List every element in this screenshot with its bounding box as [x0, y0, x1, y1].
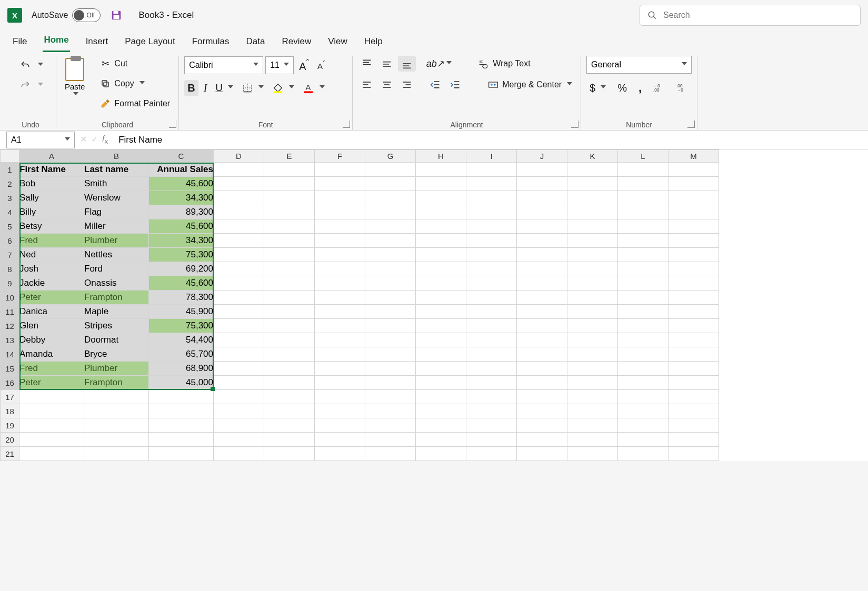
cell-I10[interactable]	[466, 291, 517, 305]
cell-K11[interactable]	[567, 305, 618, 319]
cell-B8[interactable]: Ford	[84, 262, 149, 276]
cell-D6[interactable]	[214, 234, 264, 248]
cell-F9[interactable]	[315, 276, 365, 291]
row-header-8[interactable]: 8	[1, 262, 19, 276]
cell-E13[interactable]	[264, 333, 315, 347]
tab-insert[interactable]: Insert	[85, 32, 109, 52]
cell-E18[interactable]	[264, 404, 315, 418]
cell-L3[interactable]	[618, 191, 669, 205]
cell-K2[interactable]	[567, 177, 618, 191]
cell-J15[interactable]	[517, 362, 567, 376]
cell-K6[interactable]	[567, 234, 618, 248]
cell-H9[interactable]	[416, 276, 466, 291]
cell-H10[interactable]	[416, 291, 466, 305]
enter-formula-button[interactable]: ✓	[91, 134, 98, 145]
cell-A6[interactable]: Fred	[19, 234, 84, 248]
cell-J19[interactable]	[517, 418, 567, 433]
tab-view[interactable]: View	[327, 32, 348, 52]
cell-G13[interactable]	[365, 333, 416, 347]
cell-J5[interactable]	[517, 219, 567, 234]
cell-A4[interactable]: Billy	[19, 205, 84, 219]
cell-I3[interactable]	[466, 191, 517, 205]
row-header-7[interactable]: 7	[1, 248, 19, 262]
cell-C15[interactable]: 68,900	[149, 362, 214, 376]
cell-B17[interactable]	[84, 390, 149, 404]
row-header-11[interactable]: 11	[1, 305, 19, 319]
row-header-10[interactable]: 10	[1, 291, 19, 305]
bold-button[interactable]: B	[184, 80, 198, 96]
cell-C13[interactable]: 54,400	[149, 333, 214, 347]
cell-C1[interactable]: Annual Sales	[149, 163, 214, 177]
cell-E21[interactable]	[264, 447, 315, 461]
cell-B5[interactable]: Miller	[84, 219, 149, 234]
column-header-F[interactable]: F	[315, 150, 365, 163]
cell-E6[interactable]	[264, 234, 315, 248]
row-header-13[interactable]: 13	[1, 333, 19, 347]
cell-H3[interactable]	[416, 191, 466, 205]
cell-J17[interactable]	[517, 390, 567, 404]
percent-format-button[interactable]: %	[614, 80, 630, 96]
cell-E16[interactable]	[264, 376, 315, 390]
cell-M19[interactable]	[669, 418, 719, 433]
tab-file[interactable]: File	[12, 32, 28, 52]
cell-D21[interactable]	[214, 447, 264, 461]
cell-A8[interactable]: Josh	[19, 262, 84, 276]
cell-M18[interactable]	[669, 404, 719, 418]
tab-help[interactable]: Help	[363, 32, 384, 52]
cell-J13[interactable]	[517, 333, 567, 347]
cell-J11[interactable]	[517, 305, 567, 319]
cell-D3[interactable]	[214, 191, 264, 205]
column-header-L[interactable]: L	[618, 150, 669, 163]
column-header-M[interactable]: M	[669, 150, 719, 163]
undo-button[interactable]	[15, 58, 46, 73]
cell-D9[interactable]	[214, 276, 264, 291]
cell-D13[interactable]	[214, 333, 264, 347]
cell-H5[interactable]	[416, 219, 466, 234]
cell-J14[interactable]	[517, 347, 567, 362]
cell-C12[interactable]: 75,300	[149, 319, 214, 333]
cell-H6[interactable]	[416, 234, 466, 248]
cell-E2[interactable]	[264, 177, 315, 191]
cell-K1[interactable]	[567, 163, 618, 177]
cell-M8[interactable]	[669, 262, 719, 276]
cell-C2[interactable]: 45,600	[149, 177, 214, 191]
cell-D10[interactable]	[214, 291, 264, 305]
cell-D16[interactable]	[214, 376, 264, 390]
cell-G8[interactable]	[365, 262, 416, 276]
cut-button[interactable]: ✂ Cut	[96, 56, 173, 72]
cell-G9[interactable]	[365, 276, 416, 291]
cell-I8[interactable]	[466, 262, 517, 276]
comma-format-button[interactable]: ,	[635, 79, 645, 97]
cell-E5[interactable]	[264, 219, 315, 234]
cell-B14[interactable]: Bryce	[84, 347, 149, 362]
cell-C16[interactable]: 45,000	[149, 376, 214, 390]
cell-C17[interactable]	[149, 390, 214, 404]
cell-C8[interactable]: 69,200	[149, 262, 214, 276]
row-header-9[interactable]: 9	[1, 276, 19, 291]
cell-L18[interactable]	[618, 404, 669, 418]
cell-I21[interactable]	[466, 447, 517, 461]
cell-G18[interactable]	[365, 404, 416, 418]
cell-J9[interactable]	[517, 276, 567, 291]
cell-I5[interactable]	[466, 219, 517, 234]
cell-H2[interactable]	[416, 177, 466, 191]
cell-B15[interactable]: Plumber	[84, 362, 149, 376]
cell-D7[interactable]	[214, 248, 264, 262]
cell-E3[interactable]	[264, 191, 315, 205]
cell-A3[interactable]: Sally	[19, 191, 84, 205]
save-button[interactable]	[110, 9, 123, 22]
cell-I18[interactable]	[466, 404, 517, 418]
cell-D5[interactable]	[214, 219, 264, 234]
cell-K17[interactable]	[567, 390, 618, 404]
cell-D17[interactable]	[214, 390, 264, 404]
cell-A9[interactable]: Jackie	[19, 276, 84, 291]
cell-H1[interactable]	[416, 163, 466, 177]
row-header-5[interactable]: 5	[1, 219, 19, 234]
cell-J1[interactable]	[517, 163, 567, 177]
clipboard-dialog-launcher[interactable]	[169, 121, 176, 128]
cell-B21[interactable]	[84, 447, 149, 461]
cell-E4[interactable]	[264, 205, 315, 219]
cell-M7[interactable]	[669, 248, 719, 262]
cell-I13[interactable]	[466, 333, 517, 347]
cell-M20[interactable]	[669, 433, 719, 447]
